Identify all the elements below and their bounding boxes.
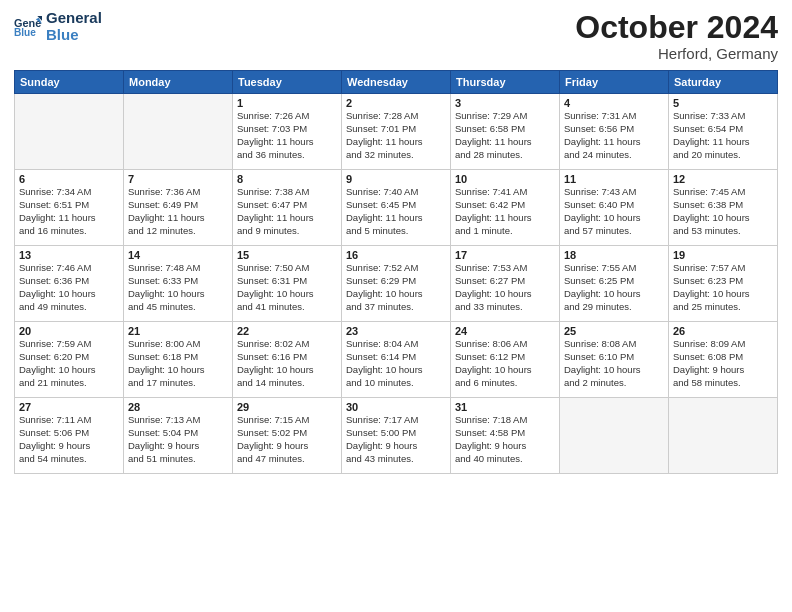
day-info: Sunrise: 7:15 AMSunset: 5:02 PMDaylight:…	[237, 414, 337, 465]
day-number: 3	[455, 97, 555, 109]
day-info: Sunrise: 7:43 AMSunset: 6:40 PMDaylight:…	[564, 186, 664, 237]
day-info: Sunrise: 7:57 AMSunset: 6:23 PMDaylight:…	[673, 262, 773, 313]
header: General Blue General Blue October 2024 H…	[14, 10, 778, 62]
calendar-cell: 29Sunrise: 7:15 AMSunset: 5:02 PMDayligh…	[233, 398, 342, 474]
day-number: 31	[455, 401, 555, 413]
week-row-2: 13Sunrise: 7:46 AMSunset: 6:36 PMDayligh…	[15, 246, 778, 322]
calendar-cell: 30Sunrise: 7:17 AMSunset: 5:00 PMDayligh…	[342, 398, 451, 474]
day-info: Sunrise: 7:11 AMSunset: 5:06 PMDaylight:…	[19, 414, 119, 465]
calendar-cell: 4Sunrise: 7:31 AMSunset: 6:56 PMDaylight…	[560, 94, 669, 170]
day-number: 25	[564, 325, 664, 337]
calendar-cell: 13Sunrise: 7:46 AMSunset: 6:36 PMDayligh…	[15, 246, 124, 322]
day-info: Sunrise: 7:46 AMSunset: 6:36 PMDaylight:…	[19, 262, 119, 313]
calendar-cell: 14Sunrise: 7:48 AMSunset: 6:33 PMDayligh…	[124, 246, 233, 322]
calendar-cell: 22Sunrise: 8:02 AMSunset: 6:16 PMDayligh…	[233, 322, 342, 398]
day-number: 30	[346, 401, 446, 413]
calendar-cell: 24Sunrise: 8:06 AMSunset: 6:12 PMDayligh…	[451, 322, 560, 398]
calendar-cell: 17Sunrise: 7:53 AMSunset: 6:27 PMDayligh…	[451, 246, 560, 322]
calendar-cell	[15, 94, 124, 170]
day-info: Sunrise: 7:55 AMSunset: 6:25 PMDaylight:…	[564, 262, 664, 313]
logo-line1: General	[46, 10, 102, 27]
day-number: 14	[128, 249, 228, 261]
calendar-cell: 16Sunrise: 7:52 AMSunset: 6:29 PMDayligh…	[342, 246, 451, 322]
day-number: 4	[564, 97, 664, 109]
day-info: Sunrise: 8:06 AMSunset: 6:12 PMDaylight:…	[455, 338, 555, 389]
day-number: 17	[455, 249, 555, 261]
day-number: 24	[455, 325, 555, 337]
day-info: Sunrise: 7:40 AMSunset: 6:45 PMDaylight:…	[346, 186, 446, 237]
day-info: Sunrise: 7:18 AMSunset: 4:58 PMDaylight:…	[455, 414, 555, 465]
day-number: 9	[346, 173, 446, 185]
calendar-cell	[560, 398, 669, 474]
day-info: Sunrise: 7:52 AMSunset: 6:29 PMDaylight:…	[346, 262, 446, 313]
col-header-thursday: Thursday	[451, 71, 560, 94]
week-row-0: 1Sunrise: 7:26 AMSunset: 7:03 PMDaylight…	[15, 94, 778, 170]
calendar-cell: 2Sunrise: 7:28 AMSunset: 7:01 PMDaylight…	[342, 94, 451, 170]
col-header-saturday: Saturday	[669, 71, 778, 94]
day-number: 26	[673, 325, 773, 337]
day-info: Sunrise: 7:59 AMSunset: 6:20 PMDaylight:…	[19, 338, 119, 389]
calendar-cell: 26Sunrise: 8:09 AMSunset: 6:08 PMDayligh…	[669, 322, 778, 398]
day-info: Sunrise: 7:33 AMSunset: 6:54 PMDaylight:…	[673, 110, 773, 161]
logo-line2: Blue	[46, 27, 102, 44]
col-header-wednesday: Wednesday	[342, 71, 451, 94]
title-block: October 2024 Herford, Germany	[575, 10, 778, 62]
calendar-cell: 15Sunrise: 7:50 AMSunset: 6:31 PMDayligh…	[233, 246, 342, 322]
day-info: Sunrise: 7:50 AMSunset: 6:31 PMDaylight:…	[237, 262, 337, 313]
day-number: 21	[128, 325, 228, 337]
day-info: Sunrise: 7:13 AMSunset: 5:04 PMDaylight:…	[128, 414, 228, 465]
calendar-table: SundayMondayTuesdayWednesdayThursdayFrid…	[14, 70, 778, 474]
day-number: 10	[455, 173, 555, 185]
calendar-cell: 1Sunrise: 7:26 AMSunset: 7:03 PMDaylight…	[233, 94, 342, 170]
logo: General Blue General Blue	[14, 10, 102, 43]
calendar-cell: 31Sunrise: 7:18 AMSunset: 4:58 PMDayligh…	[451, 398, 560, 474]
day-number: 15	[237, 249, 337, 261]
calendar-cell: 10Sunrise: 7:41 AMSunset: 6:42 PMDayligh…	[451, 170, 560, 246]
calendar-cell: 5Sunrise: 7:33 AMSunset: 6:54 PMDaylight…	[669, 94, 778, 170]
calendar-cell: 21Sunrise: 8:00 AMSunset: 6:18 PMDayligh…	[124, 322, 233, 398]
day-number: 1	[237, 97, 337, 109]
calendar-cell: 18Sunrise: 7:55 AMSunset: 6:25 PMDayligh…	[560, 246, 669, 322]
day-info: Sunrise: 7:45 AMSunset: 6:38 PMDaylight:…	[673, 186, 773, 237]
calendar-cell: 6Sunrise: 7:34 AMSunset: 6:51 PMDaylight…	[15, 170, 124, 246]
day-info: Sunrise: 7:17 AMSunset: 5:00 PMDaylight:…	[346, 414, 446, 465]
day-number: 7	[128, 173, 228, 185]
day-number: 29	[237, 401, 337, 413]
week-row-1: 6Sunrise: 7:34 AMSunset: 6:51 PMDaylight…	[15, 170, 778, 246]
col-header-sunday: Sunday	[15, 71, 124, 94]
day-info: Sunrise: 7:38 AMSunset: 6:47 PMDaylight:…	[237, 186, 337, 237]
calendar-cell: 9Sunrise: 7:40 AMSunset: 6:45 PMDaylight…	[342, 170, 451, 246]
day-number: 18	[564, 249, 664, 261]
day-number: 11	[564, 173, 664, 185]
day-info: Sunrise: 7:34 AMSunset: 6:51 PMDaylight:…	[19, 186, 119, 237]
day-number: 5	[673, 97, 773, 109]
calendar-cell: 25Sunrise: 8:08 AMSunset: 6:10 PMDayligh…	[560, 322, 669, 398]
day-number: 6	[19, 173, 119, 185]
calendar-cell: 8Sunrise: 7:38 AMSunset: 6:47 PMDaylight…	[233, 170, 342, 246]
col-header-tuesday: Tuesday	[233, 71, 342, 94]
day-info: Sunrise: 8:08 AMSunset: 6:10 PMDaylight:…	[564, 338, 664, 389]
page: General Blue General Blue October 2024 H…	[0, 0, 792, 612]
calendar-cell: 20Sunrise: 7:59 AMSunset: 6:20 PMDayligh…	[15, 322, 124, 398]
calendar-cell	[124, 94, 233, 170]
day-info: Sunrise: 7:53 AMSunset: 6:27 PMDaylight:…	[455, 262, 555, 313]
day-info: Sunrise: 7:48 AMSunset: 6:33 PMDaylight:…	[128, 262, 228, 313]
calendar-cell	[669, 398, 778, 474]
col-header-friday: Friday	[560, 71, 669, 94]
day-info: Sunrise: 7:41 AMSunset: 6:42 PMDaylight:…	[455, 186, 555, 237]
day-info: Sunrise: 7:26 AMSunset: 7:03 PMDaylight:…	[237, 110, 337, 161]
day-info: Sunrise: 8:09 AMSunset: 6:08 PMDaylight:…	[673, 338, 773, 389]
day-number: 13	[19, 249, 119, 261]
day-number: 20	[19, 325, 119, 337]
calendar-cell: 19Sunrise: 7:57 AMSunset: 6:23 PMDayligh…	[669, 246, 778, 322]
svg-text:Blue: Blue	[14, 27, 36, 38]
day-info: Sunrise: 8:02 AMSunset: 6:16 PMDaylight:…	[237, 338, 337, 389]
calendar-cell: 7Sunrise: 7:36 AMSunset: 6:49 PMDaylight…	[124, 170, 233, 246]
day-info: Sunrise: 8:04 AMSunset: 6:14 PMDaylight:…	[346, 338, 446, 389]
day-number: 12	[673, 173, 773, 185]
calendar-cell: 23Sunrise: 8:04 AMSunset: 6:14 PMDayligh…	[342, 322, 451, 398]
week-row-3: 20Sunrise: 7:59 AMSunset: 6:20 PMDayligh…	[15, 322, 778, 398]
calendar-cell: 28Sunrise: 7:13 AMSunset: 5:04 PMDayligh…	[124, 398, 233, 474]
day-info: Sunrise: 7:36 AMSunset: 6:49 PMDaylight:…	[128, 186, 228, 237]
day-number: 8	[237, 173, 337, 185]
